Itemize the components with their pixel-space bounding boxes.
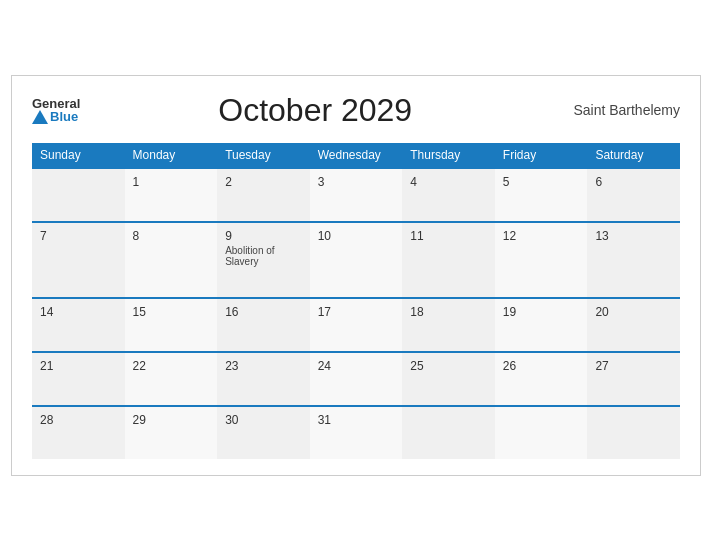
- calendar-cell: 20: [587, 298, 680, 352]
- calendar-cell: 13: [587, 222, 680, 298]
- calendar-cell: [32, 168, 125, 222]
- day-number: 21: [40, 359, 117, 373]
- calendar-week-row: 789Abolition of Slavery10111213: [32, 222, 680, 298]
- day-number: 7: [40, 229, 117, 243]
- event-label: Abolition of Slavery: [225, 245, 302, 267]
- calendar-cell: 3: [310, 168, 403, 222]
- day-number: 6: [595, 175, 672, 189]
- weekday-header-monday: Monday: [125, 143, 218, 168]
- day-number: 26: [503, 359, 580, 373]
- calendar-cell: 22: [125, 352, 218, 406]
- calendar-cell: 12: [495, 222, 588, 298]
- calendar-week-row: 14151617181920: [32, 298, 680, 352]
- calendar-cell: 6: [587, 168, 680, 222]
- calendar-container: General Blue October 2029 Saint Barthele…: [11, 75, 701, 476]
- logo: General Blue: [32, 97, 80, 124]
- day-number: 24: [318, 359, 395, 373]
- calendar-cell: 16: [217, 298, 310, 352]
- day-number: 1: [133, 175, 210, 189]
- weekday-header-sunday: Sunday: [32, 143, 125, 168]
- day-number: 10: [318, 229, 395, 243]
- calendar-cell: 27: [587, 352, 680, 406]
- calendar-cell: 7: [32, 222, 125, 298]
- logo-triangle-icon: [32, 110, 48, 124]
- weekday-header-tuesday: Tuesday: [217, 143, 310, 168]
- calendar-cell: 31: [310, 406, 403, 459]
- calendar-cell: 1: [125, 168, 218, 222]
- day-number: 14: [40, 305, 117, 319]
- calendar-cell: 15: [125, 298, 218, 352]
- calendar-cell: 5: [495, 168, 588, 222]
- day-number: 20: [595, 305, 672, 319]
- day-number: 22: [133, 359, 210, 373]
- day-number: 15: [133, 305, 210, 319]
- calendar-grid: SundayMondayTuesdayWednesdayThursdayFrid…: [32, 143, 680, 459]
- day-number: 2: [225, 175, 302, 189]
- calendar-cell: 8: [125, 222, 218, 298]
- day-number: 5: [503, 175, 580, 189]
- weekday-header-saturday: Saturday: [587, 143, 680, 168]
- weekday-header-thursday: Thursday: [402, 143, 495, 168]
- calendar-cell: 26: [495, 352, 588, 406]
- calendar-cell: 21: [32, 352, 125, 406]
- calendar-cell: 23: [217, 352, 310, 406]
- weekday-header-wednesday: Wednesday: [310, 143, 403, 168]
- calendar-cell: 17: [310, 298, 403, 352]
- calendar-title: October 2029: [80, 92, 550, 129]
- calendar-cell: 10: [310, 222, 403, 298]
- calendar-cell: 30: [217, 406, 310, 459]
- calendar-cell: [495, 406, 588, 459]
- logo-blue-row: Blue: [32, 110, 78, 124]
- calendar-week-row: 28293031: [32, 406, 680, 459]
- calendar-cell: 19: [495, 298, 588, 352]
- day-number: 11: [410, 229, 487, 243]
- day-number: 16: [225, 305, 302, 319]
- day-number: 9: [225, 229, 302, 243]
- day-number: 23: [225, 359, 302, 373]
- day-number: 29: [133, 413, 210, 427]
- day-number: 28: [40, 413, 117, 427]
- day-number: 3: [318, 175, 395, 189]
- calendar-cell: 29: [125, 406, 218, 459]
- calendar-week-row: 123456: [32, 168, 680, 222]
- calendar-cell: 24: [310, 352, 403, 406]
- calendar-cell: 11: [402, 222, 495, 298]
- day-number: 31: [318, 413, 395, 427]
- calendar-cell: [587, 406, 680, 459]
- calendar-cell: 2: [217, 168, 310, 222]
- calendar-cell: 14: [32, 298, 125, 352]
- logo-blue-text: Blue: [50, 110, 78, 123]
- day-number: 19: [503, 305, 580, 319]
- day-number: 17: [318, 305, 395, 319]
- day-number: 13: [595, 229, 672, 243]
- day-number: 12: [503, 229, 580, 243]
- calendar-cell: [402, 406, 495, 459]
- day-number: 27: [595, 359, 672, 373]
- calendar-cell: 18: [402, 298, 495, 352]
- calendar-week-row: 21222324252627: [32, 352, 680, 406]
- day-number: 30: [225, 413, 302, 427]
- calendar-header: General Blue October 2029 Saint Barthele…: [32, 92, 680, 129]
- calendar-cell: 25: [402, 352, 495, 406]
- day-number: 25: [410, 359, 487, 373]
- calendar-region: Saint Barthelemy: [550, 102, 680, 118]
- calendar-cell: 4: [402, 168, 495, 222]
- weekday-header-friday: Friday: [495, 143, 588, 168]
- weekday-header-row: SundayMondayTuesdayWednesdayThursdayFrid…: [32, 143, 680, 168]
- day-number: 4: [410, 175, 487, 189]
- day-number: 8: [133, 229, 210, 243]
- day-number: 18: [410, 305, 487, 319]
- logo-general-text: General: [32, 97, 80, 110]
- calendar-cell: 9Abolition of Slavery: [217, 222, 310, 298]
- calendar-cell: 28: [32, 406, 125, 459]
